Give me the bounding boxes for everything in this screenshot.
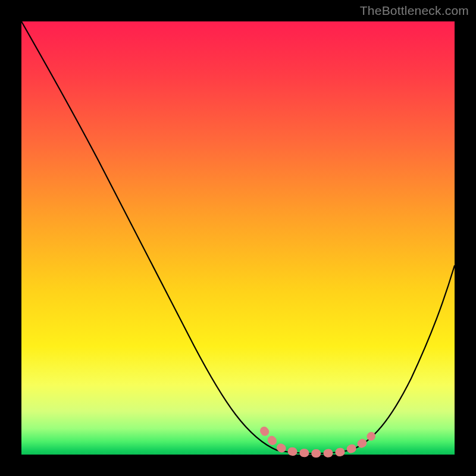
plot-area [21,21,455,455]
watermark-text: TheBottleneck.com [360,4,469,18]
chart-frame: TheBottleneck.com [0,0,476,476]
optimal-band-highlight [264,431,371,453]
bottleneck-curve [21,21,455,453]
curve-svg [21,21,455,455]
